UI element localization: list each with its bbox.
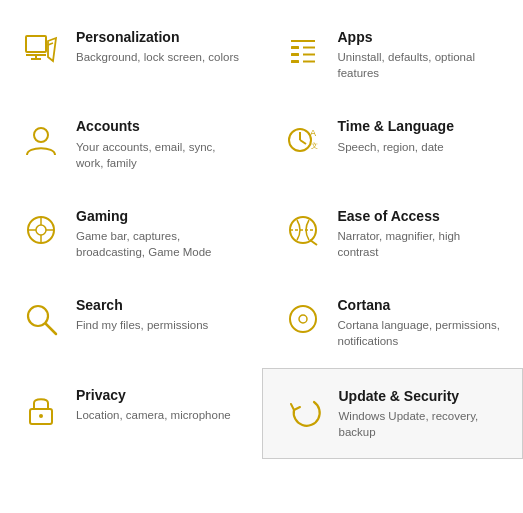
sidebar-item-personalization[interactable]: Personalization Background, lock screen,… bbox=[0, 10, 262, 99]
sidebar-item-time-language[interactable]: A 文 Time & Language Speech, region, date bbox=[262, 99, 524, 188]
cortana-icon bbox=[282, 298, 324, 340]
ease-of-access-title: Ease of Access bbox=[338, 207, 504, 225]
privacy-icon bbox=[20, 388, 62, 430]
svg-rect-8 bbox=[291, 60, 299, 63]
svg-point-25 bbox=[290, 306, 316, 332]
settings-grid: Personalization Background, lock screen,… bbox=[0, 0, 523, 469]
gaming-title: Gaming bbox=[76, 207, 242, 225]
svg-point-28 bbox=[39, 414, 43, 418]
time-language-title: Time & Language bbox=[338, 117, 454, 135]
sidebar-item-search[interactable]: Search Find my files, permissions bbox=[0, 278, 262, 367]
svg-point-26 bbox=[299, 315, 307, 323]
gaming-desc: Game bar, captures, broadcasting, Game M… bbox=[76, 228, 242, 260]
sidebar-item-gaming[interactable]: Gaming Game bar, captures, broadcasting,… bbox=[0, 189, 262, 278]
accounts-icon bbox=[20, 119, 62, 161]
svg-rect-0 bbox=[26, 36, 46, 52]
cortana-text: Cortana Cortana language, permissions, n… bbox=[338, 296, 504, 349]
personalization-icon bbox=[20, 30, 62, 72]
cortana-desc: Cortana language, permissions, notificat… bbox=[338, 317, 504, 349]
search-text: Search Find my files, permissions bbox=[76, 296, 208, 333]
sidebar-item-cortana[interactable]: Cortana Cortana language, permissions, n… bbox=[262, 278, 524, 367]
svg-line-15 bbox=[300, 140, 306, 144]
svg-text:文: 文 bbox=[311, 142, 318, 149]
update-security-desc: Windows Update, recovery, backup bbox=[339, 408, 503, 440]
gaming-icon bbox=[20, 209, 62, 251]
ease-of-access-text: Ease of Access Narrator, magnifier, high… bbox=[338, 207, 504, 260]
accounts-title: Accounts bbox=[76, 117, 242, 135]
privacy-desc: Location, camera, microphone bbox=[76, 407, 231, 423]
personalization-title: Personalization bbox=[76, 28, 239, 46]
privacy-text: Privacy Location, camera, microphone bbox=[76, 386, 231, 423]
update-security-title: Update & Security bbox=[339, 387, 503, 405]
time-language-text: Time & Language Speech, region, date bbox=[338, 117, 454, 154]
sidebar-item-ease-of-access[interactable]: Ease of Access Narrator, magnifier, high… bbox=[262, 189, 524, 278]
apps-icon bbox=[282, 30, 324, 72]
svg-line-24 bbox=[46, 324, 56, 334]
accounts-desc: Your accounts, email, sync, work, family bbox=[76, 139, 242, 171]
svg-text:A: A bbox=[310, 128, 316, 138]
gaming-text: Gaming Game bar, captures, broadcasting,… bbox=[76, 207, 242, 260]
apps-text: Apps Uninstall, defaults, optional featu… bbox=[338, 28, 504, 81]
update-security-icon bbox=[283, 389, 325, 431]
sidebar-item-update-security[interactable]: Update & Security Windows Update, recove… bbox=[262, 368, 524, 459]
personalization-text: Personalization Background, lock screen,… bbox=[76, 28, 239, 65]
time-language-desc: Speech, region, date bbox=[338, 139, 454, 155]
svg-point-12 bbox=[34, 128, 48, 142]
update-security-text: Update & Security Windows Update, recove… bbox=[339, 387, 503, 440]
svg-rect-7 bbox=[291, 53, 299, 56]
svg-rect-6 bbox=[291, 46, 299, 49]
svg-point-19 bbox=[36, 225, 46, 235]
svg-point-23 bbox=[28, 306, 48, 326]
apps-title: Apps bbox=[338, 28, 504, 46]
svg-line-22 bbox=[310, 240, 317, 245]
search-title: Search bbox=[76, 296, 208, 314]
search-desc: Find my files, permissions bbox=[76, 317, 208, 333]
personalization-desc: Background, lock screen, colors bbox=[76, 49, 239, 65]
cortana-title: Cortana bbox=[338, 296, 504, 314]
ease-of-access-desc: Narrator, magnifier, high contrast bbox=[338, 228, 504, 260]
sidebar-item-privacy[interactable]: Privacy Location, camera, microphone bbox=[0, 368, 262, 459]
accounts-text: Accounts Your accounts, email, sync, wor… bbox=[76, 117, 242, 170]
search-icon bbox=[20, 298, 62, 340]
apps-desc: Uninstall, defaults, optional features bbox=[338, 49, 504, 81]
sidebar-item-apps[interactable]: Apps Uninstall, defaults, optional featu… bbox=[262, 10, 524, 99]
privacy-title: Privacy bbox=[76, 386, 231, 404]
ease-of-access-icon bbox=[282, 209, 324, 251]
time-language-icon: A 文 bbox=[282, 119, 324, 161]
sidebar-item-accounts[interactable]: Accounts Your accounts, email, sync, wor… bbox=[0, 99, 262, 188]
